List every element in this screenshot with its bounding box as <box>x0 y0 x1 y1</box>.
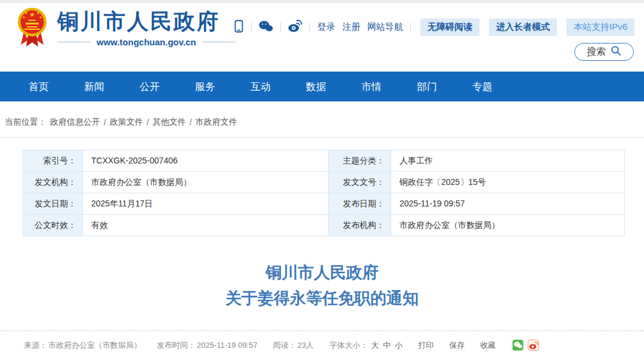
font-size-small-button[interactable]: 小 <box>395 340 402 351</box>
separator <box>251 23 252 32</box>
doc-info-label: 索引号： <box>23 150 83 172</box>
svg-text:★: ★ <box>36 11 39 15</box>
doc-info-label: 公文时效： <box>23 215 83 236</box>
doc-info-value-validity-status: 有效 <box>83 215 329 236</box>
doc-info-value-issuing-agency: 市政府办公室（市数据局） <box>83 172 329 193</box>
save-button[interactable]: 保存 <box>449 340 465 351</box>
doc-info-value-index-number: TCXXGK-2025-007406 <box>83 150 329 172</box>
search-icon <box>611 45 621 58</box>
source-info: 来源： 市政府办公室（市数据局） <box>24 340 141 351</box>
doc-info-value-publish-date: 2025-11-19 09:57 <box>391 193 625 215</box>
doc-info-value-topic-category: 人事工作 <box>391 150 625 172</box>
url-decor-line <box>202 42 236 42</box>
register-link[interactable]: 注册 <box>342 21 360 33</box>
doc-info-label: 发文日期： <box>23 193 83 215</box>
search-button[interactable]: 搜索 <box>574 43 634 61</box>
article-title-line1: 铜川市人民政府 <box>0 260 644 286</box>
breadcrumb: 当前位置： 政府信息公开 / 政策文件 / 其他文件 / 市政府文件 <box>0 101 644 138</box>
search-label: 搜索 <box>587 46 606 58</box>
header-utility-bar: 登录 注册 网站导航 无障碍阅读 进入长者模式 本站支持IPv6 <box>234 18 634 36</box>
main-nav: 首页 新闻 公开 服务 互动 数据 市情 部门 专题 <box>0 72 644 101</box>
breadcrumb-item-gov-info[interactable]: 政府信息公开 <box>50 117 100 128</box>
nav-item-city-info[interactable]: 市情 <box>361 80 382 94</box>
breadcrumb-item-city-gov-docs[interactable]: 市政府文件 <box>196 117 237 128</box>
breadcrumb-prefix: 当前位置： <box>5 117 47 128</box>
nav-item-public[interactable]: 公开 <box>140 80 160 94</box>
nav-item-departments[interactable]: 部门 <box>417 80 437 94</box>
svg-text:★: ★ <box>22 16 25 19</box>
site-logo-area[interactable]: ★ ★ ★ ★ ★ 铜川市人民政府 www.tongchuan.gov.cn <box>17 7 236 51</box>
separator <box>410 23 411 32</box>
read-count-value: 23人 <box>298 340 314 351</box>
doc-info-label: 发文文号： <box>329 172 391 193</box>
doc-info-value-publish-agency: 市政府办公室（市数据局） <box>391 215 625 236</box>
doc-info-label: 发布日期： <box>329 193 391 215</box>
nav-item-topics[interactable]: 专题 <box>472 80 493 94</box>
mobile-icon[interactable] <box>234 20 244 35</box>
accessibility-button[interactable]: 无障碍阅读 <box>420 18 479 36</box>
breadcrumb-item-other-docs[interactable]: 其他文件 <box>153 117 186 128</box>
login-link[interactable]: 登录 <box>317 21 335 33</box>
article-meta-bar: 来源： 市政府办公室（市数据局） 发布时间： 2025-11-19 09:57 … <box>0 331 644 351</box>
nav-item-news[interactable]: 新闻 <box>84 80 104 94</box>
national-emblem-logo: ★ ★ ★ ★ ★ <box>17 7 48 51</box>
nav-item-interaction[interactable]: 互动 <box>250 80 271 94</box>
svg-text:★: ★ <box>29 11 35 18</box>
site-title: 铜川市人民政府 <box>57 10 236 34</box>
breadcrumb-item-policy-docs[interactable]: 政策文件 <box>110 117 143 128</box>
read-count-info: 阅读： 23人 <box>273 340 314 351</box>
publish-time-info: 发布时间： 2025-11-19 09:57 <box>157 340 258 351</box>
weibo-icon[interactable] <box>288 20 302 35</box>
doc-info-label: 发文机构： <box>23 172 83 193</box>
separator <box>309 23 310 32</box>
elder-mode-button[interactable]: 进入长者模式 <box>489 18 557 36</box>
site-header: ★ ★ ★ ★ ★ 铜川市人民政府 www.tongchuan.gov.cn <box>0 3 644 72</box>
font-size-control: 字体大小： 大 中 小 <box>329 340 402 351</box>
nav-item-services[interactable]: 服务 <box>195 80 215 94</box>
source-value: 市政府办公室（市数据局） <box>48 340 141 351</box>
url-decor-line <box>57 42 91 42</box>
site-nav-link[interactable]: 网站导航 <box>367 21 403 33</box>
share-wechat-icon[interactable] <box>512 339 524 351</box>
doc-info-value-issue-date: 2025年11月17日 <box>83 193 329 215</box>
doc-info-label: 发布机构： <box>329 215 391 236</box>
font-size-medium-button[interactable]: 中 <box>383 340 391 351</box>
print-button[interactable]: 打印 <box>418 340 434 351</box>
article-title-line2: 关于姜得永等任免职的通知 <box>0 286 644 311</box>
svg-text:★: ★ <box>39 16 42 19</box>
svg-text:★: ★ <box>24 11 27 15</box>
doc-info-label: 主题分类： <box>329 150 391 172</box>
font-size-large-button[interactable]: 大 <box>371 340 379 351</box>
favorite-button[interactable]: 收藏 <box>480 340 496 351</box>
nav-item-home[interactable]: 首页 <box>29 80 49 94</box>
wechat-icon[interactable] <box>259 20 273 35</box>
publish-time-value: 2025-11-19 09:57 <box>197 341 258 350</box>
ipv6-badge[interactable]: 本站支持IPv6 <box>566 18 634 36</box>
article-title: 铜川市人民政府 关于姜得永等任免职的通知 <box>0 260 644 311</box>
share-weibo-icon[interactable] <box>528 339 539 351</box>
nav-item-data[interactable]: 数据 <box>306 80 326 94</box>
separator <box>280 23 281 32</box>
doc-info-value-doc-number: 铜政任字〔2025〕15号 <box>391 172 625 193</box>
doc-info-table: 索引号： TCXXGK-2025-007406 主题分类： 人事工作 发文机构：… <box>23 150 625 236</box>
site-url: www.tongchuan.gov.cn <box>57 37 236 47</box>
